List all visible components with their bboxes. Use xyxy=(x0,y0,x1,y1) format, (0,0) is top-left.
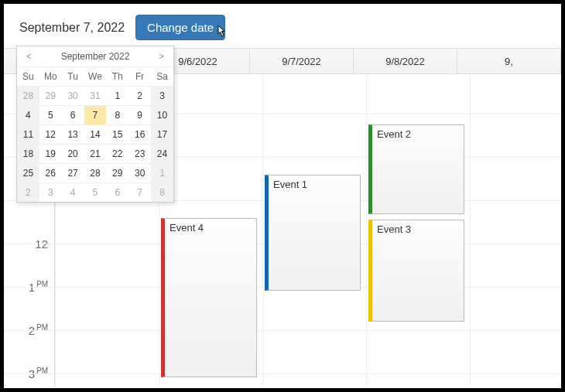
day-header[interactable]: 9/8/2022 xyxy=(354,49,457,73)
hour-line xyxy=(4,373,561,374)
picker-day-cell[interactable]: 11 xyxy=(17,125,39,145)
picker-day-cell[interactable]: 2 xyxy=(128,87,151,106)
picker-day-cell[interactable]: 1 xyxy=(106,87,128,106)
calendar-event[interactable]: Event 2 xyxy=(368,124,464,214)
picker-day-cell[interactable]: 13 xyxy=(62,125,84,145)
picker-day-cell[interactable]: 6 xyxy=(106,183,128,203)
picker-day-cell[interactable]: 30 xyxy=(128,164,151,183)
picker-day-cell[interactable]: 4 xyxy=(62,183,84,203)
column-divider xyxy=(366,74,367,387)
dow-header: Tu xyxy=(62,67,84,87)
dow-header: Mo xyxy=(39,67,62,87)
picker-day-cell[interactable]: 19 xyxy=(39,145,62,164)
picker-day-cell[interactable]: 24 xyxy=(151,145,173,164)
day-header[interactable]: 9/7/2022 xyxy=(250,49,354,73)
picker-week-row: 2345678 xyxy=(17,183,173,203)
picker-month-title[interactable]: September 2022 xyxy=(61,51,130,62)
picker-day-cell[interactable]: 5 xyxy=(84,183,107,203)
picker-day-cell[interactable]: 2 xyxy=(17,183,39,203)
picker-day-cell[interactable]: 27 xyxy=(62,164,84,183)
change-date-button-label: Change date xyxy=(147,21,214,34)
dow-header: Th xyxy=(106,67,128,87)
column-divider xyxy=(262,74,263,387)
dow-header: We xyxy=(84,67,107,87)
picker-day-cell[interactable]: 9 xyxy=(128,106,151,125)
picker-day-cell[interactable]: 7 xyxy=(128,183,151,203)
date-picker-grid: SuMoTuWeThFrSa 2829303112345678910111213… xyxy=(17,66,173,202)
dow-row: SuMoTuWeThFrSa xyxy=(17,67,173,87)
picker-day-cell[interactable]: 25 xyxy=(17,164,39,183)
picker-day-cell[interactable]: 8 xyxy=(151,183,173,203)
picker-week-row: 2526272829301 xyxy=(17,164,173,183)
picker-day-cell[interactable]: 26 xyxy=(39,164,62,183)
picker-day-cell[interactable]: 21 xyxy=(84,145,107,164)
picker-day-cell[interactable]: 16 xyxy=(128,125,151,145)
dow-header: Sa xyxy=(151,67,173,87)
calendar-event[interactable]: Event 1 xyxy=(265,175,361,291)
hour-line xyxy=(4,330,561,331)
picker-body: 2829303112345678910111213141516171819202… xyxy=(17,87,173,203)
change-date-button[interactable]: Change date xyxy=(135,15,225,40)
picker-day-cell[interactable]: 20 xyxy=(62,145,84,164)
picker-day-cell[interactable]: 22 xyxy=(106,145,128,164)
dow-header: Su xyxy=(17,67,39,87)
current-date-label: September 7, 2022 xyxy=(19,21,125,35)
picker-week-row: 28293031123 xyxy=(17,87,173,106)
pointer-hand-icon xyxy=(215,25,229,44)
picker-day-cell[interactable]: 29 xyxy=(39,87,62,106)
picker-day-cell[interactable]: 8 xyxy=(106,106,128,125)
picker-day-cell[interactable]: 12 xyxy=(39,125,62,145)
picker-day-cell[interactable]: 1 xyxy=(151,164,173,183)
dow-header: Fr xyxy=(128,67,151,87)
picker-day-cell[interactable]: 5 xyxy=(39,106,62,125)
picker-day-cell[interactable]: 23 xyxy=(128,145,151,164)
date-picker-header: < September 2022 > xyxy=(17,46,173,66)
picker-day-cell[interactable]: 15 xyxy=(106,125,128,145)
prev-month-button[interactable]: < xyxy=(23,49,35,63)
picker-day-cell[interactable]: 29 xyxy=(106,164,128,183)
picker-day-cell[interactable]: 7 xyxy=(84,106,107,125)
picker-week-row: 45678910 xyxy=(17,106,173,125)
calendar-event[interactable]: Event 3 xyxy=(368,220,464,322)
header-bar: September 7, 2022 Change date xyxy=(4,4,561,48)
picker-day-cell[interactable]: 10 xyxy=(151,106,173,125)
picker-day-cell[interactable]: 4 xyxy=(17,106,39,125)
picker-day-cell[interactable]: 3 xyxy=(151,87,173,106)
picker-day-cell[interactable]: 30 xyxy=(62,87,84,106)
picker-week-row: 18192021222324 xyxy=(17,145,173,164)
calendar-event[interactable]: Event 4 xyxy=(161,218,257,377)
day-header[interactable]: 9, xyxy=(457,49,561,73)
picker-day-cell[interactable]: 31 xyxy=(84,87,107,106)
picker-day-cell[interactable]: 3 xyxy=(39,183,62,203)
picker-day-cell[interactable]: 28 xyxy=(17,87,39,106)
column-divider xyxy=(470,74,471,387)
picker-day-cell[interactable]: 6 xyxy=(62,106,84,125)
picker-day-cell[interactable]: 17 xyxy=(151,125,173,145)
picker-day-cell[interactable]: 18 xyxy=(17,145,39,164)
picker-week-row: 11121314151617 xyxy=(17,125,173,145)
date-picker-popup[interactable]: < September 2022 > SuMoTuWeThFrSa 282930… xyxy=(16,46,174,203)
picker-day-cell[interactable]: 14 xyxy=(84,125,107,145)
next-month-button[interactable]: > xyxy=(156,49,167,63)
picker-day-cell[interactable]: 28 xyxy=(84,164,107,183)
